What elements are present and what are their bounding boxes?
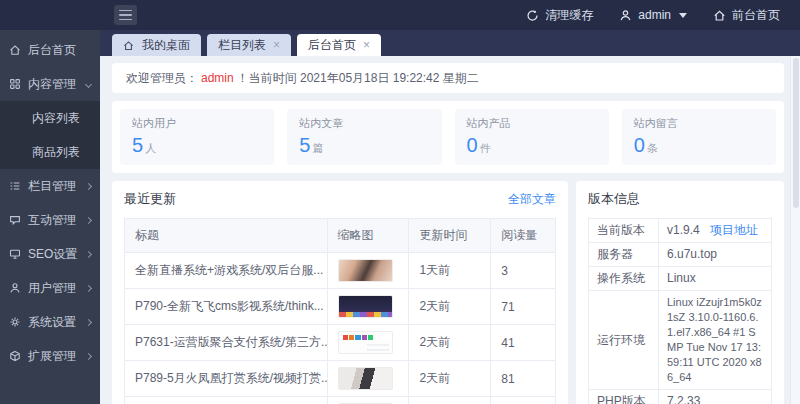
table-row: 服务器 6.u7u.top bbox=[589, 243, 772, 267]
table-row: P789-5月火凤凰打赏系统/视频打赏... 2天前 81 bbox=[125, 361, 556, 397]
table-header-row: 标题 缩略图 更新时间 阅读量 bbox=[125, 219, 556, 253]
thumbnail-image bbox=[338, 367, 393, 390]
stat-value: 0 bbox=[634, 134, 645, 156]
article-title-link[interactable]: P7631-运营版聚合支付系统/第三方... bbox=[125, 325, 328, 361]
stat-card-articles: 站内文章 5篇 bbox=[287, 109, 441, 165]
recent-updates-panel: 最近更新 全部文章 标题 缩略图 更新时间 阅读量 全新直播系统+游戏系统/双后… bbox=[112, 181, 568, 404]
chevron-right-icon bbox=[85, 318, 92, 325]
sidebar-item-product-list[interactable]: 商品列表 bbox=[0, 135, 100, 169]
thumbnail-image bbox=[338, 331, 393, 354]
stat-card-products: 站内产品 0件 bbox=[455, 109, 609, 165]
username: admin bbox=[638, 8, 671, 22]
sidebar-item-dashboard[interactable]: 后台首页 bbox=[0, 33, 100, 67]
version-info-title: 版本信息 bbox=[588, 190, 640, 208]
sidebar-item-users[interactable]: 用户管理 bbox=[0, 271, 100, 305]
topbar-actions: 清理缓存 admin 前台首页 bbox=[526, 7, 800, 24]
clear-cache-button[interactable]: 清理缓存 bbox=[526, 7, 593, 24]
sidebar-item-system[interactable]: 系统设置 bbox=[0, 305, 100, 339]
scrollbar-thumb[interactable] bbox=[793, 58, 799, 208]
table-row: 操作系统 Linux bbox=[589, 267, 772, 291]
all-articles-link[interactable]: 全部文章 bbox=[508, 191, 556, 208]
user-menu[interactable]: admin bbox=[619, 8, 687, 22]
view-count: 41 bbox=[491, 325, 556, 361]
os-value: Linux bbox=[659, 267, 772, 291]
stat-card-messages: 站内留言 0条 bbox=[622, 109, 776, 165]
close-icon[interactable]: × bbox=[363, 39, 370, 51]
chevron-right-icon bbox=[85, 182, 92, 189]
tab-column-list[interactable]: 栏目列表 × bbox=[207, 34, 291, 56]
user-icon bbox=[619, 9, 632, 22]
welcome-prefix: 欢迎管理员： bbox=[126, 70, 198, 87]
stat-value: 5 bbox=[299, 134, 310, 156]
tab-admin-home[interactable]: 后台首页 × bbox=[297, 34, 381, 56]
tabbar: 我的桌面 栏目列表 × 后台首页 × bbox=[100, 30, 800, 56]
chevron-right-icon bbox=[85, 216, 92, 223]
home-icon bbox=[713, 9, 726, 22]
chat-icon bbox=[9, 214, 21, 226]
welcome-bar: 欢迎管理员： admin ！当前时间 2021年05月18日 19:22:42 … bbox=[112, 63, 784, 93]
refresh-icon bbox=[526, 9, 539, 22]
table-row: P7631-运营版聚合支付系统/第三方... 2天前 41 bbox=[125, 325, 556, 361]
article-title-link[interactable]: P790-全新飞飞cms影视系统/think... bbox=[125, 289, 328, 325]
chevron-right-icon bbox=[85, 284, 92, 291]
caret-down-icon bbox=[679, 13, 687, 18]
table-row: 当前版本 v1.9.4项目地址 bbox=[589, 219, 772, 243]
thumbnail-image bbox=[338, 295, 393, 318]
home-icon bbox=[9, 44, 21, 56]
article-title-link[interactable]: 全新直播系统+游戏系统/双后台服... bbox=[125, 253, 328, 289]
php-version-value: 7.2.33 bbox=[659, 390, 772, 404]
sidebar-item-extensions[interactable]: 扩展管理 bbox=[0, 339, 100, 373]
article-title-link[interactable]: P767A-JD京东三网话费直充系统/移... bbox=[125, 397, 328, 404]
table-row: 全新直播系统+游戏系统/双后台服... 1天前 3 bbox=[125, 253, 556, 289]
view-count: 3 bbox=[491, 253, 556, 289]
tab-my-desktop[interactable]: 我的桌面 bbox=[112, 34, 201, 56]
table-row: PHP版本 7.2.33 bbox=[589, 390, 772, 404]
close-icon[interactable]: × bbox=[273, 39, 280, 51]
article-title-link[interactable]: P789-5月火凤凰打赏系统/视频打赏... bbox=[125, 361, 328, 397]
front-home-label: 前台首页 bbox=[732, 7, 780, 24]
sidebar-submenu-content: 内容列表 商品列表 bbox=[0, 101, 100, 169]
stat-value: 0 bbox=[467, 134, 478, 156]
welcome-username-link[interactable]: admin bbox=[201, 71, 234, 85]
stat-value: 5 bbox=[132, 134, 143, 156]
sidebar-item-content-list[interactable]: 内容列表 bbox=[0, 101, 100, 135]
sidebar-item-content[interactable]: 内容管理 bbox=[0, 67, 100, 101]
table-row: P790-全新飞飞cms影视系统/think... 2天前 71 bbox=[125, 289, 556, 325]
topbar: 清理缓存 admin 前台首页 bbox=[0, 0, 800, 30]
table-row: P767A-JD京东三网话费直充系统/移... 2天前 188 bbox=[125, 397, 556, 404]
chevron-right-icon bbox=[85, 352, 92, 359]
welcome-time: ！当前时间 2021年05月18日 19:22:42 星期二 bbox=[237, 70, 479, 87]
user-icon bbox=[9, 282, 21, 294]
table-row: 运行环境 Linux iZzujr1m5k0z1sZ 3.10.0-1160.6… bbox=[589, 291, 772, 390]
main-content: 欢迎管理员： admin ！当前时间 2021年05月18日 19:22:42 … bbox=[100, 56, 790, 404]
list-icon bbox=[9, 180, 21, 192]
monitor-icon bbox=[9, 248, 21, 260]
grid-icon bbox=[9, 78, 21, 90]
view-count: 81 bbox=[491, 361, 556, 397]
front-home-button[interactable]: 前台首页 bbox=[713, 7, 780, 24]
server-value: 6.u7u.top bbox=[659, 243, 772, 267]
sidebar: 后台首页 内容管理 内容列表 商品列表 栏目管理 互动管理 SEO设置 bbox=[0, 30, 100, 404]
project-url-link[interactable]: 项目地址 bbox=[710, 223, 758, 237]
sidebar-toggle-button[interactable] bbox=[114, 5, 137, 25]
update-time: 2天前 bbox=[409, 361, 491, 397]
update-time: 2天前 bbox=[409, 289, 491, 325]
sidebar-item-columns[interactable]: 栏目管理 bbox=[0, 169, 100, 203]
update-time: 2天前 bbox=[409, 397, 491, 404]
stat-card-users: 站内用户 5人 bbox=[120, 109, 274, 165]
environment-value: Linux iZzujr1m5k0z1sZ 3.10.0-1160.6.1.el… bbox=[659, 291, 772, 390]
sidebar-item-interaction[interactable]: 互动管理 bbox=[0, 203, 100, 237]
gear-icon bbox=[9, 316, 21, 328]
stats-panel: 站内用户 5人 站内文章 5篇 站内产品 0件 站内留言 0条 bbox=[112, 101, 784, 173]
recent-updates-table: 标题 缩略图 更新时间 阅读量 全新直播系统+游戏系统/双后台服... 1天前 … bbox=[124, 218, 556, 404]
recent-updates-title: 最近更新 bbox=[124, 190, 176, 208]
update-time: 1天前 bbox=[409, 253, 491, 289]
sidebar-item-seo[interactable]: SEO设置 bbox=[0, 237, 100, 271]
clear-cache-label: 清理缓存 bbox=[545, 7, 593, 24]
chevron-right-icon bbox=[85, 250, 92, 257]
page-scrollbar[interactable] bbox=[790, 56, 800, 404]
home-icon bbox=[123, 40, 135, 51]
version-info-table: 当前版本 v1.9.4项目地址 服务器 6.u7u.top 操作系统 Linux… bbox=[588, 218, 772, 404]
thumbnail-image bbox=[338, 259, 393, 282]
chevron-down-icon bbox=[85, 80, 92, 87]
